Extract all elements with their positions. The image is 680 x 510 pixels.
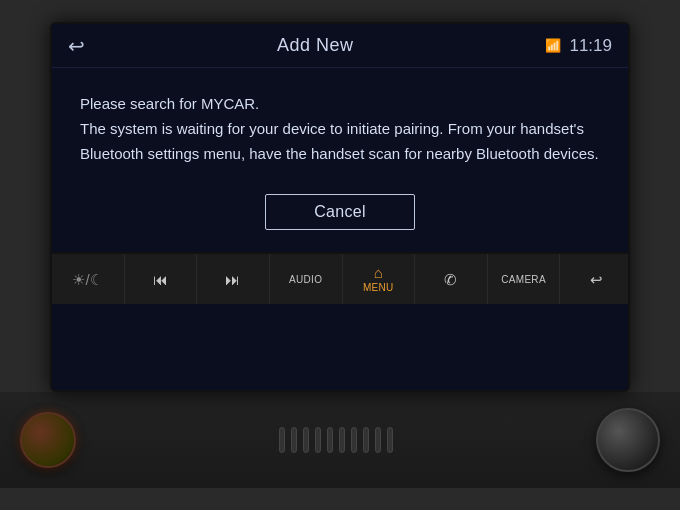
pairing-message: Please search for MYCAR. The system is w… — [80, 92, 600, 166]
menu-label: MENU — [363, 282, 394, 293]
phone-icon: ✆ — [444, 272, 457, 287]
brightness-day-night-button[interactable]: ☀/☾ — [52, 254, 125, 304]
car-frame: ↩ Add New 📶 11:19 Please search for MYCA… — [0, 0, 680, 510]
vent-slot — [375, 427, 381, 453]
control-bar: ☀/☾ ⏮ ⏭ AUDIO ⌂ MENU ✆ CAMERA ↩ — [52, 252, 630, 304]
audio-label: AUDIO — [289, 274, 322, 285]
bottom-physical-area — [0, 392, 680, 488]
skip-forward-icon: ⏭ — [225, 272, 240, 287]
vent-slot — [291, 427, 297, 453]
camera-label: CAMERA — [501, 274, 546, 285]
skip-forward-button[interactable]: ⏭ — [197, 254, 270, 304]
header-status: 📶 11:19 — [545, 36, 612, 56]
power-knob[interactable] — [20, 412, 76, 468]
brightness-icon: ☀/☾ — [72, 272, 103, 287]
screen-display: ↩ Add New 📶 11:19 Please search for MYCA… — [50, 22, 630, 392]
phone-button[interactable]: ✆ — [415, 254, 488, 304]
signal-icon: 📶 — [545, 38, 561, 53]
skip-back-icon: ⏮ — [153, 272, 168, 287]
screen-content: Please search for MYCAR. The system is w… — [52, 68, 628, 250]
vent-slot — [351, 427, 357, 453]
camera-button[interactable]: CAMERA — [488, 254, 561, 304]
vent-slot — [315, 427, 321, 453]
header-title: Add New — [277, 35, 354, 56]
clock-display: 11:19 — [569, 36, 612, 56]
back-button[interactable]: ↩ — [68, 34, 85, 58]
header-bar: ↩ Add New 📶 11:19 — [52, 24, 628, 68]
center-vent — [96, 425, 576, 455]
skip-back-button[interactable]: ⏮ — [125, 254, 198, 304]
vent-slot — [363, 427, 369, 453]
back-nav-button[interactable]: ↩ — [560, 254, 630, 304]
volume-knob[interactable] — [596, 408, 660, 472]
vent-slot — [339, 427, 345, 453]
cancel-button[interactable]: Cancel — [265, 194, 415, 230]
audio-button[interactable]: AUDIO — [270, 254, 343, 304]
vent-slot — [303, 427, 309, 453]
back-nav-icon: ↩ — [590, 272, 603, 287]
home-icon: ⌂ — [374, 265, 383, 280]
menu-button[interactable]: ⌂ MENU — [343, 254, 416, 304]
vent-slot — [387, 427, 393, 453]
vent-slot — [279, 427, 285, 453]
vent-slot — [327, 427, 333, 453]
cancel-button-wrapper: Cancel — [80, 194, 600, 230]
